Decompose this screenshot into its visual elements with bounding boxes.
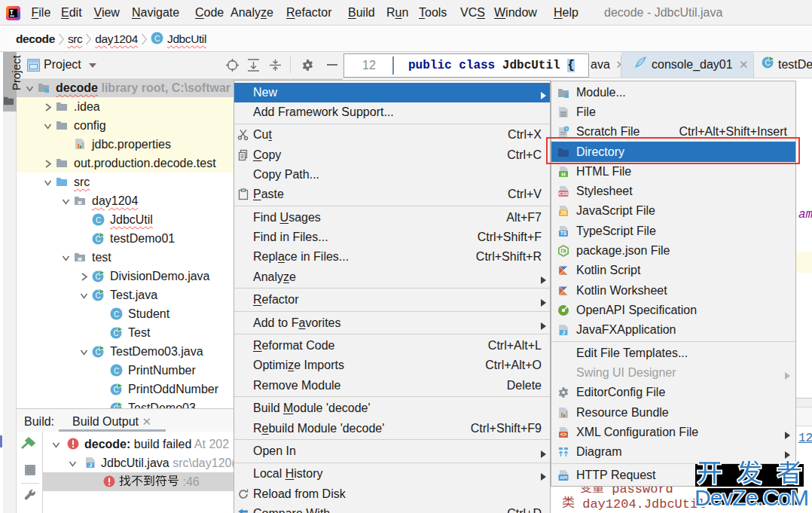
- svg-text:TS: TS: [560, 231, 567, 236]
- svg-text:C: C: [96, 215, 101, 224]
- svg-text:J: J: [562, 329, 565, 336]
- svg-text:JS: JS: [560, 211, 567, 216]
- svg-text:CSS: CSS: [559, 191, 568, 196]
- svg-text:<>: <>: [560, 432, 566, 437]
- svg-text:API: API: [560, 475, 567, 480]
- svg-text:C: C: [154, 35, 160, 43]
- svg-text:H: H: [561, 170, 565, 177]
- svg-text:C: C: [114, 310, 119, 318]
- svg-text:C: C: [114, 366, 119, 374]
- svg-text:J: J: [89, 462, 92, 469]
